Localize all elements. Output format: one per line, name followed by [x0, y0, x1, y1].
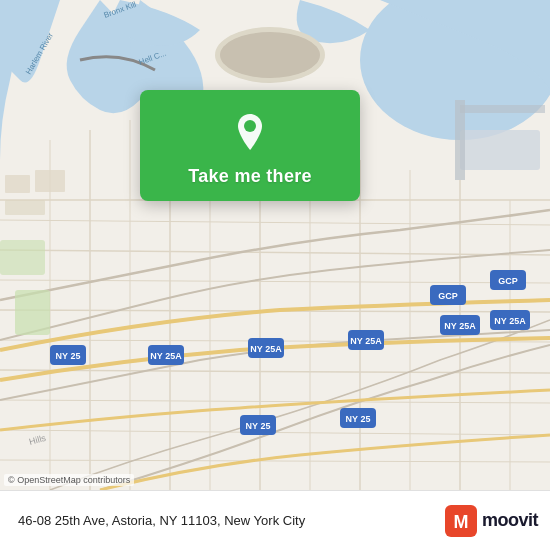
bottom-bar: 46-08 25th Ave, Astoria, NY 11103, New Y…	[0, 490, 550, 550]
svg-rect-53	[35, 170, 65, 192]
svg-text:NY 25: NY 25	[56, 351, 81, 361]
moovit-logo: M moovit	[445, 505, 538, 537]
map-background: NY 25 NY 25A NY 25A NY 25A GCP GCP NY 25…	[0, 0, 550, 490]
svg-text:NY 25: NY 25	[346, 414, 371, 424]
svg-text:NY 25: NY 25	[246, 421, 271, 431]
map-container: NY 25 NY 25A NY 25A NY 25A GCP GCP NY 25…	[0, 0, 550, 490]
location-card: Take me there	[140, 90, 360, 201]
svg-rect-48	[460, 105, 545, 113]
svg-rect-52	[5, 175, 30, 193]
svg-text:GCP: GCP	[438, 291, 458, 301]
svg-text:GCP: GCP	[498, 276, 518, 286]
take-me-there-button[interactable]: Take me there	[188, 166, 312, 187]
location-pin-icon	[226, 108, 274, 156]
svg-text:M: M	[453, 512, 468, 532]
moovit-icon: M	[445, 505, 477, 537]
svg-rect-55	[15, 290, 50, 335]
svg-text:NY 25A: NY 25A	[150, 351, 182, 361]
svg-rect-46	[460, 130, 540, 170]
moovit-label-text: moovit	[482, 510, 538, 531]
svg-text:NY 25A: NY 25A	[350, 336, 382, 346]
svg-text:NY 25A: NY 25A	[250, 344, 282, 354]
address-text: 46-08 25th Ave, Astoria, NY 11103, New Y…	[18, 513, 437, 528]
svg-rect-54	[5, 200, 45, 215]
svg-text:NY 25A: NY 25A	[444, 321, 476, 331]
svg-rect-56	[0, 240, 45, 275]
osm-attribution: © OpenStreetMap contributors	[4, 474, 134, 486]
svg-text:NY 25A: NY 25A	[494, 316, 526, 326]
svg-point-3	[220, 32, 320, 78]
svg-point-57	[244, 120, 256, 132]
